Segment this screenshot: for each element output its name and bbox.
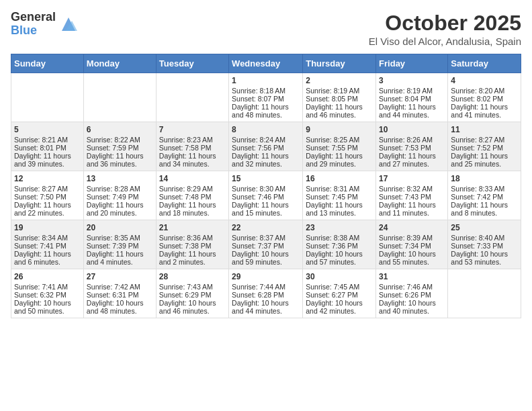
calendar-cell <box>448 269 521 318</box>
daylight-text: Daylight: 11 hours and 34 minutes. <box>159 152 216 168</box>
sunset-text: Sunset: 8:07 PM <box>232 95 284 103</box>
day-number: 24 <box>379 223 445 232</box>
sunset-text: Sunset: 8:04 PM <box>379 95 431 103</box>
calendar-cell: 31Sunrise: 7:46 AMSunset: 6:26 PMDayligh… <box>376 269 448 318</box>
daylight-text: Daylight: 11 hours and 25 minutes. <box>451 152 508 168</box>
sunset-text: Sunset: 7:49 PM <box>87 193 139 201</box>
day-number: 12 <box>14 174 81 183</box>
sunset-text: Sunset: 7:41 PM <box>14 242 66 250</box>
sunset-text: Sunset: 7:50 PM <box>14 193 66 201</box>
sunset-text: Sunset: 6:27 PM <box>306 291 358 299</box>
calendar-cell: 2Sunrise: 8:19 AMSunset: 8:05 PMDaylight… <box>303 73 376 122</box>
daylight-text: Daylight: 11 hours and 4 minutes. <box>87 250 144 266</box>
sunrise-text: Sunrise: 8:28 AM <box>87 185 140 193</box>
day-header-wednesday: Wednesday <box>229 54 303 73</box>
daylight-text: Daylight: 10 hours and 40 minutes. <box>379 299 436 315</box>
sunrise-text: Sunrise: 7:44 AM <box>232 283 285 291</box>
sunset-text: Sunset: 7:38 PM <box>159 242 212 250</box>
month-title: October 2025 <box>369 11 521 36</box>
calendar-cell: 20Sunrise: 8:35 AMSunset: 7:39 PMDayligh… <box>83 220 156 269</box>
calendar-cell: 17Sunrise: 8:32 AMSunset: 7:43 PMDayligh… <box>376 171 448 220</box>
daylight-text: Daylight: 10 hours and 53 minutes. <box>451 250 508 266</box>
daylight-text: Daylight: 11 hours and 41 minutes. <box>451 103 508 119</box>
daylight-text: Daylight: 11 hours and 27 minutes. <box>379 152 436 168</box>
day-number: 21 <box>159 223 226 232</box>
calendar-cell: 8Sunrise: 8:24 AMSunset: 7:56 PMDaylight… <box>229 122 303 171</box>
day-number: 31 <box>379 272 445 281</box>
daylight-text: Daylight: 10 hours and 55 minutes. <box>379 250 436 266</box>
calendar-cell: 14Sunrise: 8:29 AMSunset: 7:48 PMDayligh… <box>156 171 228 220</box>
sunrise-text: Sunrise: 8:36 AM <box>159 234 213 242</box>
daylight-text: Daylight: 11 hours and 15 minutes. <box>232 201 289 217</box>
sunrise-text: Sunrise: 8:25 AM <box>306 136 359 144</box>
sunrise-text: Sunrise: 7:41 AM <box>14 283 68 291</box>
sunrise-text: Sunrise: 8:34 AM <box>14 234 68 242</box>
daylight-text: Daylight: 11 hours and 18 minutes. <box>159 201 216 217</box>
sunrise-text: Sunrise: 8:40 AM <box>451 234 504 242</box>
sunrise-text: Sunrise: 8:23 AM <box>159 136 213 144</box>
sunset-text: Sunset: 7:58 PM <box>159 144 212 152</box>
week-row-1: 1Sunrise: 8:18 AMSunset: 8:07 PMDaylight… <box>11 73 521 122</box>
sunrise-text: Sunrise: 8:35 AM <box>87 234 140 242</box>
calendar-cell: 7Sunrise: 8:23 AMSunset: 7:58 PMDaylight… <box>156 122 228 171</box>
daylight-text: Daylight: 11 hours and 48 minutes. <box>232 103 289 119</box>
calendar-cell: 22Sunrise: 8:37 AMSunset: 7:37 PMDayligh… <box>229 220 303 269</box>
daylight-text: Daylight: 11 hours and 6 minutes. <box>14 250 71 266</box>
day-number: 6 <box>87 125 153 134</box>
calendar-cell: 11Sunrise: 8:27 AMSunset: 7:52 PMDayligh… <box>448 122 521 171</box>
calendar-header-row: SundayMondayTuesdayWednesdayThursdayFrid… <box>11 54 521 73</box>
daylight-text: Daylight: 10 hours and 50 minutes. <box>14 299 71 315</box>
calendar-cell: 15Sunrise: 8:30 AMSunset: 7:46 PMDayligh… <box>229 171 303 220</box>
sunset-text: Sunset: 7:59 PM <box>87 144 139 152</box>
calendar-cell: 18Sunrise: 8:33 AMSunset: 7:42 PMDayligh… <box>448 171 521 220</box>
day-number: 16 <box>306 174 373 183</box>
week-row-3: 12Sunrise: 8:27 AMSunset: 7:50 PMDayligh… <box>11 171 521 220</box>
title-area: October 2025 El Viso del Alcor, Andalusi… <box>369 11 521 47</box>
sunset-text: Sunset: 6:28 PM <box>232 291 284 299</box>
daylight-text: Daylight: 10 hours and 44 minutes. <box>232 299 289 315</box>
sunrise-text: Sunrise: 8:20 AM <box>451 87 504 95</box>
sunrise-text: Sunrise: 8:39 AM <box>379 234 433 242</box>
week-row-2: 5Sunrise: 8:21 AMSunset: 8:01 PMDaylight… <box>11 122 521 171</box>
sunset-text: Sunset: 8:01 PM <box>14 144 66 152</box>
daylight-text: Daylight: 11 hours and 39 minutes. <box>14 152 71 168</box>
day-number: 23 <box>306 223 373 232</box>
sunset-text: Sunset: 7:45 PM <box>306 193 358 201</box>
daylight-text: Daylight: 11 hours and 11 minutes. <box>379 201 436 217</box>
calendar-cell: 29Sunrise: 7:44 AMSunset: 6:28 PMDayligh… <box>229 269 303 318</box>
header: General Blue October 2025 El Viso del Al… <box>11 11 521 47</box>
sunrise-text: Sunrise: 8:21 AM <box>14 136 68 144</box>
calendar-cell: 28Sunrise: 7:43 AMSunset: 6:29 PMDayligh… <box>156 269 228 318</box>
logo: General Blue <box>11 11 79 38</box>
day-header-saturday: Saturday <box>448 54 521 73</box>
sunset-text: Sunset: 6:29 PM <box>159 291 212 299</box>
sunrise-text: Sunrise: 8:18 AM <box>232 87 285 95</box>
day-number: 20 <box>87 223 153 232</box>
day-number: 22 <box>232 223 300 232</box>
calendar: SundayMondayTuesdayWednesdayThursdayFrid… <box>11 54 521 318</box>
day-number: 25 <box>451 223 518 232</box>
week-row-4: 19Sunrise: 8:34 AMSunset: 7:41 PMDayligh… <box>11 220 521 269</box>
day-number: 17 <box>379 174 445 183</box>
calendar-cell: 5Sunrise: 8:21 AMSunset: 8:01 PMDaylight… <box>11 122 84 171</box>
sunrise-text: Sunrise: 7:45 AM <box>306 283 359 291</box>
sunrise-text: Sunrise: 8:33 AM <box>451 185 504 193</box>
daylight-text: Daylight: 11 hours and 8 minutes. <box>451 201 508 217</box>
sunset-text: Sunset: 7:48 PM <box>159 193 212 201</box>
logo-general-text: General <box>11 11 56 24</box>
daylight-text: Daylight: 10 hours and 57 minutes. <box>306 250 363 266</box>
day-header-thursday: Thursday <box>303 54 376 73</box>
daylight-text: Daylight: 11 hours and 20 minutes. <box>87 201 144 217</box>
day-number: 26 <box>14 272 81 281</box>
calendar-cell: 6Sunrise: 8:22 AMSunset: 7:59 PMDaylight… <box>83 122 156 171</box>
sunset-text: Sunset: 6:31 PM <box>87 291 139 299</box>
sunrise-text: Sunrise: 8:19 AM <box>306 87 359 95</box>
calendar-cell: 30Sunrise: 7:45 AMSunset: 6:27 PMDayligh… <box>303 269 376 318</box>
sunset-text: Sunset: 7:37 PM <box>232 242 284 250</box>
sunset-text: Sunset: 7:39 PM <box>87 242 139 250</box>
sunrise-text: Sunrise: 8:27 AM <box>451 136 504 144</box>
location-title: El Viso del Alcor, Andalusia, Spain <box>369 36 521 47</box>
calendar-cell <box>83 73 156 122</box>
sunrise-text: Sunrise: 8:31 AM <box>306 185 359 193</box>
sunrise-text: Sunrise: 8:24 AM <box>232 136 285 144</box>
